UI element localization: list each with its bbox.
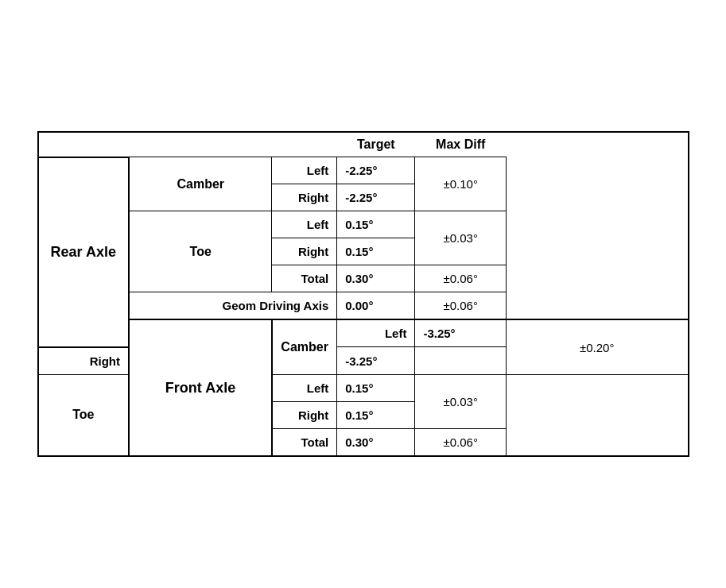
front-axle-cell: Front Axle [129,319,272,456]
header-col3 [272,132,337,157]
front-camber-right-value: -3.25° [337,347,415,375]
front-camber-cell: Camber [272,319,337,374]
rear-toe-left-row: Toe Left 0.15° ±0.03° [38,211,689,238]
alignment-table: Target Max Diff Rear Axle Camber Left -2… [37,131,689,457]
front-camber-left-side: Left [337,319,415,347]
rear-camber-left-row: Rear Axle Camber Left -2.25° ±0.10° [38,157,689,184]
rear-geom-label: Geom Driving Axis [129,292,337,320]
table-header-row: Target Max Diff [38,132,689,157]
front-camber-left-value: -3.25° [415,319,507,347]
rear-geom-maxdiff: ±0.06° [415,292,507,320]
front-toe-cell: Toe [38,374,130,456]
front-camber-maxdiff: ±0.20° [506,319,688,374]
header-col2 [129,132,272,157]
front-toe-total-maxdiff: ±0.06° [415,428,507,456]
rear-camber-right-side: Right [272,184,337,211]
target-header: Target [337,132,415,157]
header-col1 [38,132,130,157]
rear-camber-left-side: Left [272,157,337,184]
front-toe-left-value: 0.15° [337,374,415,401]
rear-toe-left-value: 0.15° [337,211,415,238]
front-toe-total-side: Total [272,428,337,456]
rear-toe-left-side: Left [272,211,337,238]
rear-camber-left-value: -2.25° [337,157,415,184]
front-camber-right-side: Right [38,347,130,375]
front-toe-maxdiff: ±0.03° [415,374,507,428]
rear-camber-cell: Camber [129,157,272,211]
rear-geom-value: 0.00° [337,292,415,320]
rear-toe-total-value: 0.30° [337,265,415,292]
front-toe-left-side: Left [272,374,337,401]
rear-camber-right-value: -2.25° [337,184,415,211]
rear-toe-cell: Toe [129,211,272,292]
front-toe-total-value: 0.30° [337,428,415,456]
maxdiff-header: Max Diff [415,132,507,157]
rear-toe-total-side: Total [272,265,337,292]
front-toe-right-value: 0.15° [337,401,415,428]
rear-axle-cell: Rear Axle [38,157,130,347]
front-toe-right-side: Right [272,401,337,428]
alignment-table-container: Target Max Diff Rear Axle Camber Left -2… [37,131,689,457]
rear-toe-maxdiff: ±0.03° [415,211,507,265]
front-camber-left-row: Front Axle Camber Left -3.25° ±0.20° [38,319,689,347]
rear-toe-right-value: 0.15° [337,238,415,265]
rear-geom-row: Geom Driving Axis 0.00° ±0.06° [38,292,689,320]
rear-toe-right-side: Right [272,238,337,265]
rear-camber-maxdiff: ±0.10° [415,157,507,211]
rear-toe-total-maxdiff: ±0.06° [415,265,507,292]
